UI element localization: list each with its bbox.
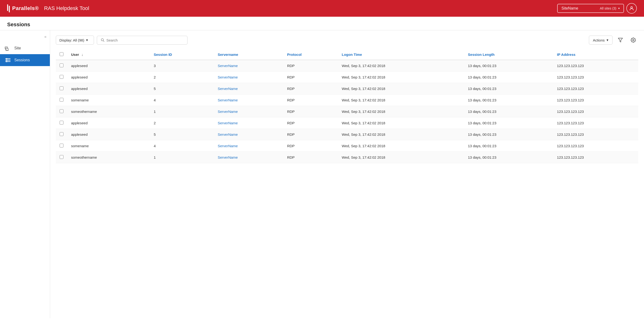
row-session-length: 13 days, 00:01:23 [464, 60, 553, 72]
svg-point-0 [631, 7, 632, 8]
row-protocol: RDP [283, 140, 338, 152]
table-row: appleseed 5 ServerName RDP Wed, Sep 3, 1… [56, 129, 638, 140]
app-name: Parallels® [12, 5, 39, 12]
svg-line-13 [103, 40, 104, 42]
col-header-logon-time[interactable]: Logon Time [338, 50, 464, 60]
row-ip-address: 123.123.123.123 [553, 152, 638, 163]
row-protocol: RDP [283, 94, 338, 106]
row-checkbox[interactable] [60, 75, 64, 79]
col-ip-address-label: IP Address [557, 52, 576, 56]
row-checkbox[interactable] [60, 121, 64, 124]
sidebar-item-site[interactable]: Site [0, 42, 50, 54]
row-checkbox[interactable] [60, 64, 64, 67]
col-header-protocol[interactable]: Protocol [283, 50, 338, 60]
col-header-servername[interactable]: Servername [214, 50, 283, 60]
collapse-icon: « [44, 34, 46, 39]
row-servername[interactable]: ServerName [214, 152, 283, 163]
row-servername[interactable]: ServerName [214, 60, 283, 72]
row-session-length: 13 days, 00:01:23 [464, 152, 553, 163]
row-logon-time: Wed, Sep 3, 17:42:02 2018 [338, 72, 464, 83]
row-user: appleseed [67, 129, 150, 140]
col-logon-time-label: Logon Time [342, 52, 362, 56]
row-checkbox-cell [56, 60, 67, 72]
row-checkbox-cell [56, 83, 67, 94]
row-checkbox-cell [56, 140, 67, 152]
app-title: RAS Helpdesk Tool [44, 5, 89, 12]
row-checkbox-cell [56, 72, 67, 83]
row-servername[interactable]: ServerName [214, 118, 283, 129]
row-ip-address: 123.123.123.123 [553, 60, 638, 72]
page-header: Sessions [0, 17, 644, 30]
row-logon-time: Wed, Sep 3, 17:42:02 2018 [338, 60, 464, 72]
row-ip-address: 123.123.123.123 [553, 129, 638, 140]
table-row: somename 4 ServerName RDP Wed, Sep 3, 17… [56, 140, 638, 152]
site-selector[interactable]: SiteName All sites (3) ▾ [557, 4, 624, 13]
toolbar: Display: All (98) ▾ Actions ▾ [56, 35, 638, 45]
row-session-length: 13 days, 00:01:23 [464, 129, 553, 140]
row-session-id: 2 [150, 72, 214, 83]
user-profile-button[interactable] [626, 3, 637, 14]
row-logon-time: Wed, Sep 3, 17:42:02 2018 [338, 106, 464, 118]
display-chevron-icon: ▾ [86, 38, 88, 42]
table-row: appleseed 5 ServerName RDP Wed, Sep 3, 1… [56, 83, 638, 94]
svg-marker-14 [618, 38, 622, 42]
parallels-bars-icon [7, 4, 10, 12]
select-all-cell [56, 50, 67, 60]
row-session-length: 13 days, 00:01:23 [464, 83, 553, 94]
col-session-id-label: Session ID [154, 52, 172, 56]
page-title: Sessions [7, 22, 637, 28]
row-user: someothername [67, 152, 150, 163]
search-icon [101, 38, 104, 42]
row-checkbox[interactable] [60, 98, 64, 102]
row-logon-time: Wed, Sep 3, 17:42:02 2018 [338, 83, 464, 94]
display-select[interactable]: Display: All (98) ▾ [56, 36, 94, 44]
row-user: somename [67, 140, 150, 152]
row-servername[interactable]: ServerName [214, 129, 283, 140]
header-left: Parallels® RAS Helpdesk Tool [7, 4, 89, 12]
row-checkbox[interactable] [60, 109, 64, 113]
actions-button[interactable]: Actions ▾ [589, 36, 612, 44]
row-checkbox[interactable] [60, 155, 64, 159]
page-content: Sessions « Site [0, 17, 644, 319]
user-icon [629, 6, 634, 11]
search-input[interactable] [106, 38, 184, 42]
row-user: appleseed [67, 118, 150, 129]
row-user: appleseed [67, 72, 150, 83]
svg-point-11 [6, 61, 8, 62]
row-protocol: RDP [283, 60, 338, 72]
row-servername[interactable]: ServerName [214, 106, 283, 118]
row-checkbox[interactable] [60, 86, 64, 90]
row-servername[interactable]: ServerName [214, 94, 283, 106]
row-session-id: 3 [150, 60, 214, 72]
col-header-user[interactable]: User ↓ [67, 50, 150, 60]
row-session-id: 4 [150, 140, 214, 152]
column-settings-button[interactable] [628, 35, 638, 45]
row-ip-address: 123.123.123.123 [553, 83, 638, 94]
site-selector-chevron-icon: ▾ [618, 7, 620, 10]
table-row: someothername 1 ServerName RDP Wed, Sep … [56, 106, 638, 118]
sidebar-item-sessions[interactable]: Sessions [0, 54, 50, 66]
row-session-id: 1 [150, 152, 214, 163]
col-header-session-id[interactable]: Session ID [150, 50, 214, 60]
sidebar-item-sessions-label: Sessions [14, 58, 30, 62]
row-session-length: 13 days, 00:01:23 [464, 118, 553, 129]
row-checkbox-cell [56, 129, 67, 140]
col-header-ip-address[interactable]: IP Address [553, 50, 638, 60]
row-servername[interactable]: ServerName [214, 72, 283, 83]
select-all-checkbox[interactable] [60, 52, 64, 56]
row-checkbox[interactable] [60, 144, 64, 148]
row-protocol: RDP [283, 152, 338, 163]
row-logon-time: Wed, Sep 3, 17:42:02 2018 [338, 152, 464, 163]
col-protocol-label: Protocol [287, 52, 302, 56]
row-servername[interactable]: ServerName [214, 83, 283, 94]
row-user: appleseed [67, 83, 150, 94]
col-user-label: User [71, 52, 79, 56]
filter-button[interactable] [616, 35, 626, 45]
row-checkbox[interactable] [60, 132, 64, 136]
sidebar-collapse-button[interactable]: « [0, 33, 50, 42]
row-session-id: 5 [150, 83, 214, 94]
col-header-session-length[interactable]: Session Length [464, 50, 553, 60]
sessions-icon [5, 58, 11, 63]
site-name: SiteName [562, 6, 598, 10]
row-servername[interactable]: ServerName [214, 140, 283, 152]
